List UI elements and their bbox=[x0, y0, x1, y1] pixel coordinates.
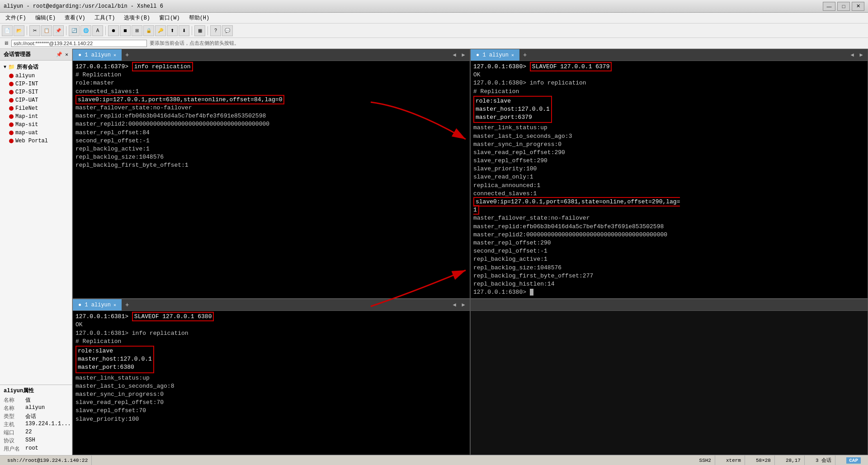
tb-copy[interactable]: 📋 bbox=[41, 25, 52, 36]
sidebar-item-all-sessions[interactable]: ▼ 📁 所有会话 bbox=[0, 62, 72, 72]
status-size-text: 58×28 bbox=[756, 458, 771, 463]
menu-bar: 文件(F) 编辑(E) 查看(V) 工具(T) 选项卡(B) 窗口(W) 帮助(… bbox=[0, 13, 868, 23]
bl-line-7: master_sync_in_progress:0 bbox=[75, 390, 467, 399]
bl-line-4: # Replication bbox=[75, 338, 467, 346]
tb-new[interactable]: 📄 bbox=[2, 25, 13, 36]
sidebar-item-filenet[interactable]: FileNet bbox=[0, 104, 72, 113]
sidebar-item-cip-sit[interactable]: CIP-SIT bbox=[0, 88, 72, 96]
sidebar-item-web-portal[interactable]: Web Portal bbox=[0, 137, 72, 145]
term-line-9: second_repl_offset:-1 bbox=[75, 137, 467, 145]
tb-paste[interactable]: 📌 bbox=[53, 25, 64, 36]
bl-block-role: role:slavemaster_host:127.0.0.1master_po… bbox=[75, 346, 467, 374]
menu-window[interactable]: 窗口(W) bbox=[156, 13, 184, 23]
maximize-button[interactable]: □ bbox=[837, 2, 850, 11]
term-nav-top-left: ◀ ▶ bbox=[451, 49, 470, 61]
nav-right-top-right[interactable]: ▶ bbox=[858, 52, 865, 58]
menu-tabs[interactable]: 选项卡(B) bbox=[120, 13, 154, 23]
nav-right-bottom-left[interactable]: ▶ bbox=[460, 301, 467, 308]
tb-lock[interactable]: 🔒 bbox=[143, 25, 154, 36]
tab-aliyun-top-left[interactable]: ● 1 aliyun ✕ bbox=[73, 49, 122, 61]
sidebar-item-map-int[interactable]: Map-int bbox=[0, 113, 72, 121]
tr-line-11: slave_read_only:1 bbox=[473, 173, 865, 181]
prop-row-host: 主机 139.224.1.1... bbox=[4, 421, 68, 428]
terminal-body-bottom-left[interactable]: 127.0.0.1:6381> SLAVEOF 127.0.0.1 6380 O… bbox=[73, 311, 470, 455]
status-sessions: 3 会话 bbox=[812, 456, 835, 465]
term-line-7: master_replid2:0000000000000000000000000… bbox=[75, 120, 467, 128]
prop-row-protocol: 协议 SSH bbox=[4, 437, 68, 445]
sidebar-item-aliyun[interactable]: aliyun bbox=[0, 72, 72, 80]
sidebar-label-cip-int: CIP-INT bbox=[15, 81, 38, 87]
tb-stop[interactable]: ⏹ bbox=[120, 25, 131, 36]
term-line-6: master_replid:efb06b3b0416d4a5c7bef4bfe3… bbox=[75, 112, 467, 120]
status-dot-cip-int bbox=[9, 82, 14, 86]
terminal-top-left[interactable]: ● 1 aliyun ✕ + ◀ ▶ 127.0.0.1:6379> info … bbox=[72, 49, 470, 299]
tb-grid[interactable]: ⊞ bbox=[132, 25, 142, 36]
nav-right-top-left[interactable]: ▶ bbox=[460, 52, 467, 58]
prop-row-type: 类型 会话 bbox=[4, 413, 68, 420]
prop-value-name: aliyun bbox=[25, 404, 45, 412]
sidebar-item-map-sit[interactable]: Map-sit bbox=[0, 121, 72, 129]
main-area: 会话管理器 📌 ✕ ▼ 📁 所有会话 aliyun CIP-INT CIP-SI… bbox=[0, 49, 868, 455]
tab-label-top-right: ● 1 aliyun bbox=[476, 52, 509, 58]
tab-close-top-left[interactable]: ✕ bbox=[113, 52, 116, 58]
status-sessions-text: 3 会话 bbox=[816, 457, 831, 464]
minimize-button[interactable]: — bbox=[823, 2, 835, 11]
menu-edit[interactable]: 编辑(E) bbox=[32, 13, 60, 23]
tb-upload[interactable]: ⬆ bbox=[167, 25, 178, 36]
nav-left-top-right[interactable]: ◀ bbox=[849, 52, 856, 58]
tb-font[interactable]: A bbox=[92, 25, 103, 36]
sidebar-item-cip-int[interactable]: CIP-INT bbox=[0, 80, 72, 88]
menu-view[interactable]: 查看(V) bbox=[61, 13, 89, 23]
status-path-text: ssh://root@139.224.1.140:22 bbox=[7, 458, 88, 463]
prop-row-port: 端口 22 bbox=[4, 429, 68, 437]
prop-col-label: 名称 bbox=[4, 396, 22, 404]
tb-key[interactable]: 🔑 bbox=[155, 25, 166, 36]
menu-file[interactable]: 文件(F) bbox=[2, 13, 30, 23]
tr-line-17: master_repl_offset:290 bbox=[473, 239, 865, 247]
tr-line-slave0: slave0:ip=127.0.0.1,port=6381,state=onli… bbox=[473, 198, 865, 214]
tab-close-bottom-left[interactable]: ✕ bbox=[113, 302, 116, 308]
tr-line-1: 127.0.0.1:6380> SLAVEOF 127.0.0.1 6379 bbox=[473, 63, 865, 71]
tb-download[interactable]: ⬇ bbox=[179, 25, 189, 36]
status-dot-cip-sit bbox=[9, 90, 14, 94]
terminal-top-right[interactable]: ● 1 aliyun ✕ + ◀ ▶ 127.0.0.1:6380> SLAVE… bbox=[470, 49, 868, 299]
terminal-body-top-left[interactable]: 127.0.0.1:6379> info replication # Repli… bbox=[73, 61, 470, 298]
sidebar-pin-icon[interactable]: 📌 ✕ bbox=[56, 52, 68, 57]
nav-left-top-left[interactable]: ◀ bbox=[451, 52, 458, 58]
tab-close-top-right[interactable]: ✕ bbox=[511, 52, 514, 58]
term-line-slave0: slave0:ip=127.0.0.1,port=6380,state=onli… bbox=[75, 96, 467, 104]
status-dot-cip-uat bbox=[9, 98, 14, 103]
menu-tools[interactable]: 工具(T) bbox=[91, 13, 119, 23]
term-line-5: master_failover_state:no-failover bbox=[75, 104, 467, 112]
terminal-bottom-left[interactable]: ● 1 aliyun ✕ + ◀ ▶ 127.0.0.1:6381> SLAVE… bbox=[72, 299, 470, 455]
close-button[interactable]: ✕ bbox=[852, 2, 864, 11]
terminal-body-bottom-right[interactable] bbox=[471, 311, 868, 455]
tb-cut[interactable]: ✂ bbox=[29, 25, 40, 36]
tab-add-top-right[interactable]: + bbox=[519, 49, 530, 61]
menu-help[interactable]: 帮助(H) bbox=[185, 13, 213, 23]
tb-record[interactable]: ⏺ bbox=[108, 25, 119, 36]
tb-info[interactable]: 💬 bbox=[222, 25, 233, 36]
tb-open[interactable]: 📂 bbox=[14, 25, 24, 36]
tab-add-top-left[interactable]: + bbox=[122, 49, 132, 61]
tab-aliyun-top-right[interactable]: ● 1 aliyun ✕ bbox=[471, 49, 519, 61]
tb-help[interactable]: ? bbox=[210, 25, 221, 36]
tab-aliyun-bottom-left[interactable]: ● 1 aliyun ✕ bbox=[73, 299, 122, 310]
tb-layout[interactable]: ▦ bbox=[194, 25, 205, 36]
sidebar-item-map-uat[interactable]: map-uat bbox=[0, 129, 72, 137]
status-dot-map-sit bbox=[9, 122, 14, 127]
tb-refresh[interactable]: 🔄 bbox=[69, 25, 80, 36]
terminal-bottom-right[interactable] bbox=[470, 299, 868, 455]
term-line-2: # Replication bbox=[75, 71, 467, 79]
cmd-info-replication: info replication bbox=[132, 62, 193, 71]
sidebar-item-cip-uat[interactable]: CIP-UAT bbox=[0, 96, 72, 104]
prop-label-host: 主机 bbox=[4, 421, 22, 428]
address-input[interactable] bbox=[11, 40, 147, 47]
address-bar: 🖥 要添加当前会话，点击左侧的箭头按钮。 bbox=[0, 38, 868, 49]
terminal-body-top-right[interactable]: 127.0.0.1:6380> SLAVEOF 127.0.0.1 6379 O… bbox=[471, 61, 868, 298]
status-term: xterm bbox=[722, 456, 745, 465]
tr-line-10: slave_priority:100 bbox=[473, 165, 865, 173]
tb-connect[interactable]: 🌐 bbox=[80, 25, 91, 36]
nav-left-bottom-left[interactable]: ◀ bbox=[451, 301, 458, 308]
tab-add-bottom-left[interactable]: + bbox=[122, 299, 132, 310]
